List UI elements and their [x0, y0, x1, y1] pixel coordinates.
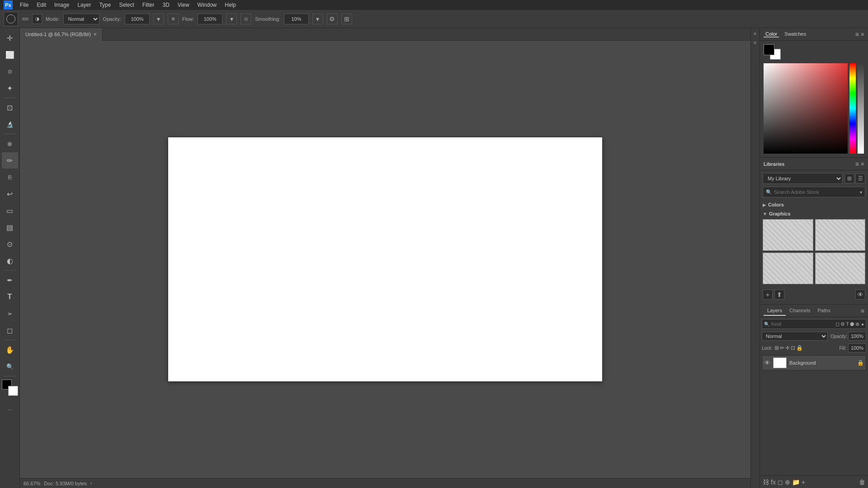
grid-view-btn[interactable]: ⊞: [844, 174, 854, 183]
filter-type-btn[interactable]: T: [846, 321, 849, 327]
smoothing-input[interactable]: [284, 14, 309, 24]
eyedropper-tool[interactable]: 🔬: [2, 116, 18, 132]
color-panel-collapse[interactable]: ×: [861, 31, 864, 38]
upload-library-btn[interactable]: ⬆: [774, 290, 784, 300]
adjustment-layer-btn[interactable]: ⊕: [785, 479, 790, 486]
libraries-panel-collapse[interactable]: ×: [861, 160, 864, 168]
menu-view[interactable]: View: [174, 1, 193, 9]
brush-preview[interactable]: [4, 12, 18, 26]
tab-channels[interactable]: Channels: [786, 306, 814, 316]
gradient-tool[interactable]: ▤: [2, 219, 18, 235]
tab-color[interactable]: Color: [764, 31, 779, 38]
menu-window[interactable]: Window: [194, 1, 221, 9]
flow-input[interactable]: [198, 14, 222, 24]
mode-select[interactable]: Normal: [63, 14, 99, 24]
library-search[interactable]: 🔍 ▾: [763, 187, 865, 197]
layers-filter-input[interactable]: [771, 321, 834, 327]
layer-mask-btn[interactable]: ◻: [778, 479, 783, 486]
libraries-panel-menu[interactable]: ≡: [855, 160, 859, 168]
canvas[interactable]: [168, 137, 602, 381]
lasso-tool[interactable]: ⌾: [2, 63, 18, 80]
zoom-tool[interactable]: 🔍: [2, 358, 18, 375]
tab-swatches[interactable]: Swatches: [783, 31, 808, 38]
filter-smart-btn[interactable]: ⊕: [855, 321, 859, 327]
menu-file[interactable]: File: [16, 1, 32, 9]
clone-tool[interactable]: ⎘: [2, 169, 18, 185]
hand-tool[interactable]: ✋: [2, 342, 18, 358]
layer-item-background[interactable]: 👁 Background 🔒: [762, 355, 866, 371]
status-arrow[interactable]: ›: [90, 481, 92, 486]
document-tab-close[interactable]: ×: [94, 31, 97, 38]
opacity-slider[interactable]: [858, 63, 864, 154]
lock-all-btn[interactable]: 🔒: [796, 345, 803, 351]
filter-shape-btn[interactable]: ⬟: [850, 321, 854, 327]
healing-tool[interactable]: ⊕: [2, 136, 18, 152]
fill-input[interactable]: [848, 343, 866, 352]
library-eye-btn[interactable]: 👁: [855, 290, 865, 300]
panel-toggle-2[interactable]: ≡: [752, 39, 759, 46]
link-layers-btn[interactable]: ⛓: [763, 479, 769, 486]
list-view-btn[interactable]: ☰: [855, 174, 865, 183]
opacity-input[interactable]: [125, 14, 150, 24]
graphic-item-1[interactable]: [763, 219, 813, 251]
graphic-item-3[interactable]: [763, 253, 813, 284]
lock-transparent-btn[interactable]: ⊞: [774, 345, 779, 351]
settings-btn[interactable]: ⚙: [327, 14, 338, 24]
lock-paint-btn[interactable]: ✏: [780, 345, 784, 351]
filter-toggle[interactable]: ●: [861, 322, 864, 327]
graphics-section-header[interactable]: ▼ Graphics: [763, 210, 865, 217]
delete-layer-btn[interactable]: 🗑: [859, 479, 865, 486]
hue-slider[interactable]: [849, 63, 856, 154]
menu-layer[interactable]: Layer: [74, 1, 94, 9]
graphic-item-2[interactable]: [815, 219, 866, 251]
menu-select[interactable]: Select: [115, 1, 137, 9]
symmetry-btn[interactable]: ⊞: [341, 14, 352, 24]
new-group-btn[interactable]: 📁: [792, 479, 800, 486]
airbrush-btn[interactable]: ⊕: [168, 14, 179, 24]
select-rect-tool[interactable]: ⬜: [2, 47, 18, 63]
layer-visibility-icon[interactable]: 👁: [764, 359, 770, 366]
path-select-tool[interactable]: ➢: [2, 305, 18, 322]
layer-opacity-input[interactable]: [848, 332, 866, 341]
background-color[interactable]: [8, 386, 18, 396]
colors-section-header[interactable]: ▶ Colors: [763, 201, 865, 208]
search-arrow[interactable]: ▾: [860, 190, 862, 195]
tab-paths[interactable]: Paths: [814, 306, 834, 316]
type-tool[interactable]: T: [2, 289, 18, 305]
color-panel-menu[interactable]: ≡: [855, 31, 859, 38]
menu-edit[interactable]: Edit: [33, 1, 50, 9]
filter-adjust-btn[interactable]: ⚙: [840, 321, 845, 327]
more-tools[interactable]: …: [2, 400, 18, 417]
new-layer-btn[interactable]: +: [802, 479, 805, 486]
layer-mode-select[interactable]: Normal: [762, 332, 828, 341]
shape-tool[interactable]: ◻: [2, 322, 18, 338]
color-swatches[interactable]: [2, 380, 18, 396]
menu-type[interactable]: Type: [95, 1, 114, 9]
add-library-btn[interactable]: +: [763, 290, 773, 300]
magic-wand-tool[interactable]: ✦: [2, 80, 18, 96]
menu-3d[interactable]: 3D: [159, 1, 173, 9]
filter-pixel-btn[interactable]: ◻: [835, 321, 840, 327]
opacity-arrow[interactable]: ▾: [153, 14, 164, 24]
history-brush-tool[interactable]: ↩: [2, 186, 18, 202]
brush-tool[interactable]: ✏: [2, 152, 18, 169]
document-tab[interactable]: Untitled-1 @ 66.7% (RGB/8#) ×: [20, 28, 103, 41]
dodge-tool[interactable]: ◐: [2, 253, 18, 269]
layers-panel-menu[interactable]: ≡: [861, 307, 864, 314]
menu-help[interactable]: Help: [221, 1, 240, 9]
move-tool[interactable]: ✛: [2, 30, 18, 46]
layer-fx-btn[interactable]: fx: [771, 479, 776, 486]
color-spectrum[interactable]: [764, 63, 848, 154]
lock-artboard-btn[interactable]: ⊡: [791, 345, 795, 351]
menu-filter[interactable]: Filter: [139, 1, 158, 9]
flow-icon[interactable]: ◎: [241, 14, 251, 24]
eraser-tool[interactable]: ▭: [2, 202, 18, 219]
graphic-item-4[interactable]: [815, 253, 866, 284]
tab-layers[interactable]: Layers: [764, 306, 786, 316]
panel-toggle-1[interactable]: ≡: [752, 30, 759, 37]
blur-tool[interactable]: ⊙: [2, 236, 18, 252]
menu-image[interactable]: Image: [51, 1, 73, 9]
lock-position-btn[interactable]: ✛: [785, 345, 790, 351]
fg-swatch[interactable]: [764, 44, 774, 55]
flow-arrow[interactable]: ▾: [226, 14, 237, 24]
